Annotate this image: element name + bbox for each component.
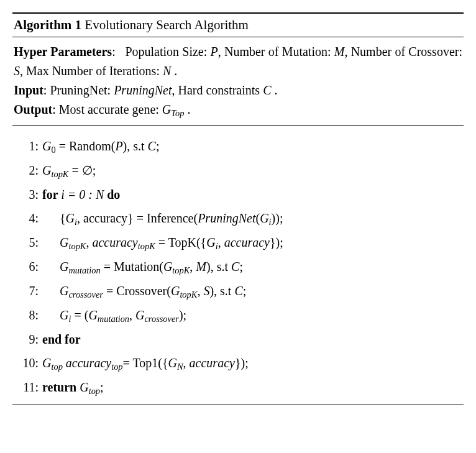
line-content: G0 = Random(P), s.t C; bbox=[42, 134, 462, 158]
output-line: Output: Most accurate gene: GTop . bbox=[14, 100, 462, 120]
symbol-N: N bbox=[163, 64, 171, 78]
lineno: 9: bbox=[14, 327, 42, 351]
line-content: Gmutation = Mutation(GtopK, M), s.t C; bbox=[42, 255, 462, 279]
line-content: Gcrossover = Crossover(GtopK, S), s.t C; bbox=[42, 279, 462, 303]
step-4: 4: {Gi, accuracy} = Inference(PruningNet… bbox=[14, 206, 462, 231]
step-8: 8: Gi = (Gmutation, Gcrossover); bbox=[14, 303, 462, 327]
lineno: 7: bbox=[14, 279, 42, 303]
step-3: 3: for i = 0 : N do bbox=[14, 183, 462, 206]
line-content: for i = 0 : N do bbox=[42, 183, 462, 206]
input-label: Input bbox=[14, 83, 43, 97]
input-text-1: PruningNet: bbox=[50, 83, 114, 97]
input-dot: . bbox=[271, 83, 277, 97]
line-content: return Gtop; bbox=[42, 375, 462, 400]
input-text-2: , Hard constraints bbox=[172, 83, 263, 97]
line-content: Gi = (Gmutation, Gcrossover); bbox=[42, 303, 462, 327]
lineno: 6: bbox=[14, 255, 42, 278]
step-1: 1: G0 = Random(P), s.t C; bbox=[14, 134, 462, 158]
lineno: 11: bbox=[14, 375, 42, 399]
sub-top: Top bbox=[171, 108, 184, 118]
header-block: Hyper Parameters: Population Size: P, Nu… bbox=[12, 37, 464, 125]
symbol-C: C bbox=[263, 83, 271, 97]
lineno: 2: bbox=[14, 158, 42, 182]
algorithm-title-row: Algorithm 1 Evolutionary Search Algorith… bbox=[12, 14, 464, 37]
hyper-text-3: , Number of Crossover: bbox=[344, 45, 462, 58]
line-content: GtopK, accuracytopK = TopK({Gi, accuracy… bbox=[42, 231, 462, 255]
symbol-M: M bbox=[334, 45, 345, 58]
hyper-text-1: Population Size: bbox=[125, 45, 210, 58]
step-5: 5: GtopK, accuracytopK = TopK({Gi, accur… bbox=[14, 231, 462, 255]
line-content: {Gi, accuracy} = Inference(PruningNet(Gi… bbox=[42, 206, 462, 231]
line-content: Gtop accuracytop= Top1({GN, accuracy}); bbox=[42, 351, 462, 375]
step-10: 10: Gtop accuracytop= Top1({GN, accuracy… bbox=[14, 351, 462, 375]
step-7: 7: Gcrossover = Crossover(GtopK, S), s.t… bbox=[14, 279, 462, 303]
algorithm-block: Algorithm 1 Evolutionary Search Algorith… bbox=[12, 12, 464, 405]
lineno: 4: bbox=[14, 206, 42, 230]
step-9: 9: end for bbox=[14, 327, 462, 351]
output-label: Output bbox=[14, 103, 52, 116]
hyper-params-line: Hyper Parameters: Population Size: P, Nu… bbox=[14, 42, 462, 81]
lineno: 8: bbox=[14, 303, 42, 327]
step-6: 6: Gmutation = Mutation(GtopK, M), s.t C… bbox=[14, 255, 462, 279]
lineno: 10: bbox=[14, 351, 42, 375]
algorithm-title: Evolutionary Search Algorithm bbox=[85, 17, 249, 32]
hyper-label: Hyper Parameters bbox=[14, 45, 112, 58]
line-content: GtopK = ∅; bbox=[42, 158, 462, 183]
lineno: 1: bbox=[14, 134, 42, 158]
line-content: end for bbox=[42, 327, 462, 351]
output-dot: . bbox=[184, 103, 190, 116]
step-2: 2: GtopK = ∅; bbox=[14, 158, 462, 183]
symbol-S: S bbox=[14, 64, 20, 78]
pruningnet: PruningNet bbox=[114, 83, 172, 97]
symbol-G-top: G bbox=[162, 103, 171, 116]
lineno: 3: bbox=[14, 183, 42, 206]
hyper-text-4: , Max Number of Iterations: bbox=[20, 64, 163, 78]
symbol-P: P bbox=[211, 45, 218, 58]
output-text: Most accurate gene: bbox=[59, 103, 162, 116]
lineno: 5: bbox=[14, 231, 42, 254]
hyper-dot: . bbox=[171, 64, 177, 78]
step-11: 11: return Gtop; bbox=[14, 375, 462, 400]
hyper-text-2: , Number of Mutation: bbox=[218, 45, 334, 58]
algorithm-number: Algorithm 1 bbox=[14, 17, 81, 32]
input-line: Input: PruningNet: PruningNet, Hard cons… bbox=[14, 81, 462, 100]
bottom-rule bbox=[12, 405, 464, 405]
algorithm-steps: 1: G0 = Random(P), s.t C; 2: GtopK = ∅; … bbox=[12, 126, 464, 405]
